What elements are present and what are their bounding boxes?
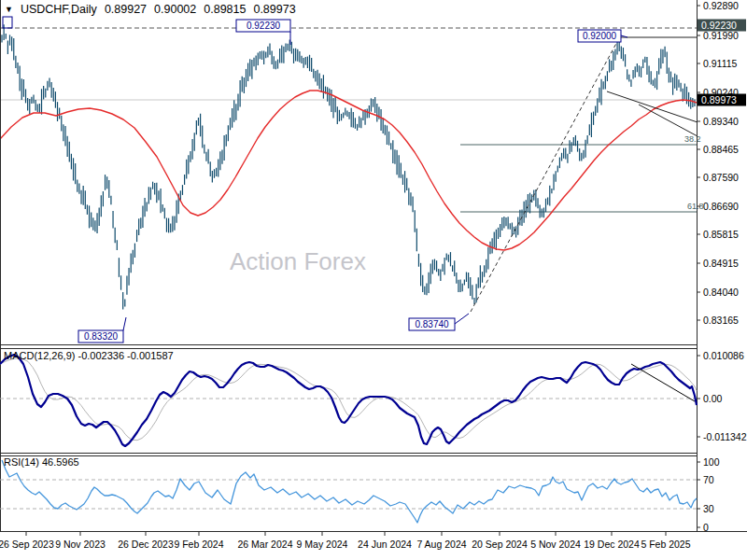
date-tick-label: 20 Sep 2024	[472, 539, 528, 550]
moving-average-line	[0, 91, 697, 250]
macd-tick-label: -0.011342	[703, 431, 747, 442]
date-tick-label: 26 Sep 2023	[0, 539, 54, 550]
trading-chart-window: Action Forex 38.261.80.922300.920000.833…	[0, 0, 747, 560]
rsi-indicator-label: RSI(14) 46.5965	[4, 456, 79, 468]
price-axis-special-text: 0.92230	[701, 20, 737, 31]
price-tick-label: 0.87590	[703, 172, 739, 183]
chart-canvas[interactable]: Action Forex 38.261.80.922300.920000.833…	[0, 0, 747, 560]
rsi-tick-label: 70	[703, 474, 714, 485]
macd-line	[0, 355, 697, 446]
price-tick-label: 0.83165	[703, 315, 739, 326]
symbol-dropdown-icon[interactable]: ▼	[5, 6, 13, 14]
macd-tick-label: 0.010086	[703, 350, 744, 361]
symbol-title-bar: ▼ USDCHF,Daily 0.89927 0.90002 0.89815 0…	[5, 3, 296, 16]
price-axis-special-text: 0.89973	[701, 94, 737, 105]
macd-indicator-label: MACD(12,26,9) -0.002336 -0.001587	[4, 350, 174, 361]
date-tick-label: 9 Nov 2023	[55, 539, 106, 550]
price-annotation-label: 0.83320	[84, 331, 119, 342]
channel-line[interactable]	[639, 105, 698, 136]
macd-trendline[interactable]	[631, 364, 695, 401]
date-tick-label: 9 Feb 2024	[174, 539, 223, 550]
price-tick-label: 0.84040	[703, 287, 739, 298]
rsi-tick-label: 30	[703, 503, 714, 514]
price-annotation-label: 0.92000	[583, 31, 617, 41]
date-tick-label: 5 Feb 2025	[641, 539, 690, 550]
open-value: 0.89927	[105, 3, 147, 16]
price-tick-label: 0.85815	[703, 229, 739, 240]
dashed-trendline	[471, 38, 619, 312]
price-tick-label: 0.92890	[703, 0, 739, 11]
date-tick-label: 26 Mar 2024	[238, 539, 293, 550]
channel-line[interactable]	[607, 91, 698, 122]
date-tick-label: 24 Jun 2024	[358, 539, 412, 550]
low-value: 0.89815	[204, 3, 246, 16]
high-value: 0.90002	[154, 3, 196, 16]
rsi-line	[2, 460, 697, 523]
date-tick-label: 9 May 2024	[297, 539, 348, 550]
annotation-connector	[455, 314, 469, 324]
fib-level-label: 61.8	[687, 202, 704, 211]
fib-level-label: 38.2	[684, 134, 701, 144]
rsi-tick-label: 100	[703, 456, 720, 468]
price-annotation-label: 0.83740	[415, 319, 449, 329]
date-tick-label: 19 Dec 2024	[584, 539, 640, 550]
price-tick-label: 0.84915	[703, 258, 739, 269]
price-tick-label: 0.88465	[703, 144, 739, 155]
close-value: 0.89973	[253, 3, 295, 16]
price-tick-label: 0.91115	[703, 58, 738, 69]
rsi-tick-label: 0	[703, 522, 709, 533]
annotation-connector	[123, 317, 126, 330]
date-tick-label: 26 Dec 2023	[118, 539, 174, 550]
macd-tick-label: 0.00	[703, 393, 723, 404]
date-tick-label: 5 Nov 2024	[530, 539, 581, 550]
price-tick-label: 0.86690	[703, 201, 739, 212]
macd-signal-line	[0, 358, 697, 441]
date-tick-label: 7 Aug 2024	[416, 539, 466, 550]
symbol-timeframe-label: USDCHF,Daily	[21, 3, 97, 16]
watermark: Action Forex	[230, 247, 366, 275]
price-tick-label: 0.89340	[703, 116, 739, 127]
price-annotation-label: 0.92230	[247, 21, 281, 31]
